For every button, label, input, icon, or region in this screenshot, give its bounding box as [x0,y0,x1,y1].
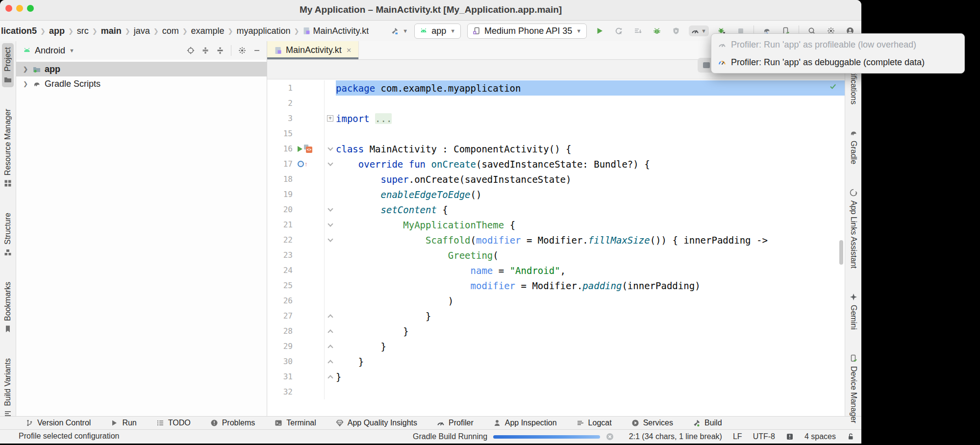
breadcrumb-item-example[interactable]: example [191,26,225,36]
locate-file-button[interactable] [187,47,195,54]
tool-strip-button-bookmarks[interactable]: Bookmarks [2,278,14,337]
device-select[interactable]: Medium Phone API 35 ▼ [467,24,587,39]
debug-button[interactable] [651,25,663,37]
code-text[interactable]: name = "Android", [336,263,845,278]
code-text[interactable] [336,96,845,111]
breadcrumb-item-main[interactable]: main [101,26,122,36]
code-token: = Modifier. [521,235,588,246]
tool-window-button-services[interactable]: Services [631,419,673,427]
tree-item-app[interactable]: ❯app [16,62,267,76]
code-text[interactable]: } [336,339,845,354]
tool-window-button-problems[interactable]: Problems [210,419,255,427]
code-text[interactable]: MyApplicationTheme { [336,217,845,232]
tool-strip-button-resource-manager[interactable]: Resource Manager [2,105,14,191]
tab-mainactivity[interactable]: MainActivity.kt × [267,41,359,59]
tool-strip-button-device-manager[interactable]: Device Manager [848,350,859,427]
lock-icon[interactable] [847,433,854,441]
profiler-button[interactable]: ▼ [689,25,709,36]
fold-marker-icon[interactable] [327,375,333,380]
collapse-all-button[interactable] [216,47,224,54]
hide-panel-button[interactable] [253,47,261,54]
code-text[interactable]: } [336,308,845,323]
code-text[interactable] [336,384,845,399]
fold-marker-icon[interactable] [327,360,333,365]
menu-item-profiler-debuggable[interactable]: Profiler: Run 'app' as debuggable (compl… [711,53,964,71]
code-text[interactable]: } [336,369,845,384]
expand-all-button[interactable] [201,47,209,54]
fold-marker-icon[interactable] [327,314,333,320]
code-text[interactable]: class MainActivity : ComponentActivity()… [336,141,845,156]
tool-window-button-build[interactable]: Build [693,419,722,427]
apply-changes-button[interactable] [612,25,625,37]
tool-strip-button-project[interactable]: Project [2,43,14,87]
fold-marker-icon[interactable] [327,345,333,350]
gaugeDark-icon [691,27,699,35]
code-text[interactable]: } [336,323,845,339]
code-text[interactable]: package com.example.myapplication [336,80,845,96]
tool-window-button-logcat[interactable]: Logcat [577,419,612,427]
tool-window-button-run[interactable]: Run [110,419,136,427]
expand-chevron-icon[interactable]: ❯ [23,80,29,87]
tool-window-button-todo[interactable]: TODO [156,419,191,427]
code-text[interactable]: import ... [336,111,845,126]
fold-marker-icon[interactable]: + [327,115,333,122]
breadcrumb-separator-icon: ❯ [228,27,233,35]
fold-marker-icon[interactable] [327,145,333,150]
tool-window-button-terminal[interactable]: Terminal [275,419,316,427]
menu-item-profiler-profileable[interactable]: Profiler: Run 'app' as profileable (low … [711,36,964,53]
panel-options-button[interactable] [238,47,246,54]
fold-marker-icon[interactable] [327,206,333,211]
fold-marker-icon[interactable] [327,160,333,166]
code-text[interactable]: modifier = Modifier.padding(innerPadding… [336,278,845,293]
tool-window-button-app-quality-insights[interactable]: App Quality Insights [336,419,417,427]
code-text[interactable]: override fun onCreate(savedInstanceState… [336,156,845,172]
breadcrumb-item-app[interactable]: app [49,26,65,36]
fold-marker-icon[interactable] [327,221,333,226]
fold-marker-icon[interactable] [327,329,333,335]
code-text[interactable]: setContent { [336,202,845,217]
run-configuration-select[interactable]: app ▼ [414,24,461,39]
code-area[interactable]: 1package com.example.myapplication23+imp… [267,79,845,416]
code-text[interactable] [336,126,845,141]
code-text[interactable]: } [336,354,845,369]
run-with-coverage-button[interactable] [670,25,682,37]
tool-strip-button-gradle[interactable]: Gradle [848,125,859,168]
expand-chevron-icon[interactable]: ❯ [23,66,29,73]
tool-strip-button-gemini[interactable]: Gemini [848,289,859,334]
code-text[interactable]: super.onCreate(savedInstanceState) [336,172,845,187]
breadcrumb-item-java[interactable]: java [134,26,150,36]
indent-widget[interactable]: 4 spaces [804,432,836,441]
tool-window-button-app-inspection[interactable]: App Inspection [493,419,557,427]
build-project-button[interactable]: ▼ [388,25,408,37]
cancel-task-button[interactable] [606,433,614,441]
editor-scrollbar-thumb[interactable] [839,240,843,265]
project-view-select[interactable]: Android [35,46,65,56]
tool-strip-button-structure[interactable]: Structure [2,209,14,260]
inspection-ok-icon[interactable] [829,82,837,90]
code-text[interactable]: Greeting( [336,247,845,263]
run-button[interactable] [593,25,606,37]
code-text[interactable]: Scaffold(modifier = Modifier.fillMaxSize… [336,232,845,247]
line-separator-widget[interactable]: LF [733,432,742,441]
tool-strip-button-app-links-assistant[interactable]: App Links Assistant [848,185,859,272]
notification-icon[interactable] [786,433,794,441]
run-main-icon[interactable] [298,146,302,152]
breadcrumb-item-mainactivity-kt[interactable]: MainActivity.kt [302,26,369,36]
breadcrumb-item-src[interactable]: src [77,26,89,36]
code-text[interactable]: enableEdgeToEdge() [336,187,845,202]
apply-code-changes-button[interactable] [631,25,644,37]
encoding-widget[interactable]: UTF-8 [753,432,775,441]
close-tab-icon[interactable]: × [347,46,352,55]
breadcrumb-item-lication5[interactable]: lication5 [1,26,37,36]
breadcrumb-item-com[interactable]: com [162,26,179,36]
caret-position-widget[interactable]: 2:1 (34 chars, 1 line break) [629,432,722,441]
tool-window-button-version-control[interactable]: Version Control [25,419,91,427]
fold-marker-icon[interactable] [327,236,333,242]
tool-strip-button-build-variants[interactable]: Build Variants [2,354,14,422]
code-token: } [336,341,386,352]
tree-item-gradle-scripts[interactable]: ❯Gradle Scripts [16,76,267,91]
code-text[interactable]: ) [336,293,845,308]
code-token [336,250,448,261]
tool-window-button-profiler[interactable]: Profiler [437,419,474,427]
breadcrumb-item-myapplication[interactable]: myapplication [237,26,291,36]
